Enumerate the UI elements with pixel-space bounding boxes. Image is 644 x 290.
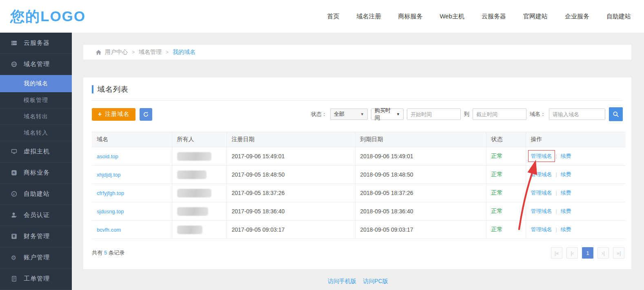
action-separator: | (556, 153, 557, 159)
sidebar-subitem-my-domains[interactable]: 我的域名 (0, 75, 72, 92)
svg-text:R: R (12, 171, 15, 175)
sidebar-subitem-domain-transfer-in[interactable]: 域名转入 (0, 125, 72, 141)
domain-link[interactable]: cfrfyjfgh.top (97, 190, 124, 196)
sidebar-item-finance-management[interactable]: ¥ 财务管理 (0, 226, 72, 247)
sidebar-item-self-site[interactable]: e 自助建站 (0, 184, 72, 205)
status-filter-label: 状态： (311, 111, 327, 118)
title-divider (92, 100, 623, 101)
pagination-next-button[interactable]: ›| (597, 247, 609, 259)
status-badge: 正常 (491, 208, 503, 214)
table-row: sjdusng.top 2017-09-05 18:36:40 2018-09-… (92, 202, 626, 221)
breadcrumb-separator: > (166, 49, 169, 55)
domain-link[interactable]: xhjdjdj.top (97, 172, 121, 178)
breadcrumb-user-center[interactable]: 用户中心 (105, 49, 128, 56)
manage-domain-link[interactable]: 管理域名 (531, 153, 552, 159)
mobile-version-link[interactable]: 访问手机版 (328, 278, 356, 284)
renew-link[interactable]: 续费 (561, 208, 571, 214)
sidebar-item-label: 云服务器 (24, 39, 50, 47)
record-count-number: 5 (104, 250, 107, 256)
register-date: 2017-09-05 09:03:17 (227, 221, 355, 239)
domain-filter-label: 域名： (530, 111, 546, 118)
time-type-select[interactable]: 购买时间 ▼ (371, 108, 404, 120)
page-footer: 访问手机版 访问PC版 (72, 277, 644, 285)
nav-item-enterprise-service[interactable]: 企业服务 (565, 13, 589, 20)
nav-item-home[interactable]: 首页 (327, 13, 339, 20)
domain-link[interactable]: bcvfh.com (97, 227, 121, 233)
sidebar-item-cloud-server[interactable]: 云服务器 (0, 33, 72, 54)
owner-redacted (177, 170, 207, 179)
owner-redacted (177, 189, 211, 197)
plus-icon: + (98, 111, 102, 118)
trademark-icon: R (11, 170, 17, 176)
time-type-value: 购买时间 (375, 107, 394, 122)
sidebar-item-label: 商标业务 (24, 169, 50, 177)
pagination-prev-button[interactable]: |‹ (566, 247, 578, 259)
start-time-input[interactable] (407, 108, 461, 120)
sidebar-item-label: 会员认证 (24, 211, 50, 219)
nav-item-self-site[interactable]: 自助建站 (606, 13, 631, 20)
manage-domain-link[interactable]: 管理域名 (531, 208, 552, 214)
refresh-button[interactable] (140, 108, 152, 121)
pc-version-link[interactable]: 访问PC版 (363, 278, 388, 284)
status-select[interactable]: 全部 ▼ (330, 108, 368, 120)
nav-item-cloud-server[interactable]: 云服务器 (482, 13, 506, 20)
sidebar-item-workorder-management[interactable]: 工单管理 (0, 268, 72, 290)
sidebar-item-account-management[interactable]: ⚙ 账户管理 (0, 247, 72, 268)
pagination-last-button[interactable]: »| (613, 247, 624, 259)
search-icon (613, 111, 619, 117)
domain-link[interactable]: asoid.top (97, 153, 118, 159)
record-count-suffix: 条记录 (109, 250, 124, 256)
filter-bar: 状态： 全部 ▼ 购买时间 ▼ 到 域名： (311, 107, 623, 121)
nav-item-web-hosting[interactable]: Web主机 (440, 13, 464, 20)
pagination-page-1-button[interactable]: 1 (582, 247, 593, 259)
search-button[interactable] (609, 107, 623, 121)
status-badge: 正常 (491, 171, 503, 177)
manage-domain-link[interactable]: 管理域名 (531, 226, 552, 232)
sidebar-item-virtual-host[interactable]: 虚拟主机 (0, 141, 72, 162)
renew-link[interactable]: 续费 (561, 190, 571, 196)
svg-text:e: e (13, 192, 15, 196)
account-gear-icon: ⚙ (11, 255, 17, 261)
sidebar-subitem-domain-transfer-out[interactable]: 域名转出 (0, 108, 72, 125)
col-header-register-date: 注册日期 (227, 132, 355, 147)
self-site-icon: e (11, 191, 17, 197)
domain-search-input[interactable] (549, 108, 605, 120)
table-row: asoid.top 2017-09-06 15:49:01 2018-09-06… (92, 147, 626, 166)
col-header-expire-date: 到期日期 (355, 132, 486, 147)
action-separator: | (556, 190, 557, 196)
breadcrumb-domain-management[interactable]: 域名管理 (139, 49, 162, 56)
finance-icon: ¥ (11, 233, 17, 240)
manage-domain-link[interactable]: 管理域名 (531, 190, 552, 196)
domain-link[interactable]: sjdusng.top (97, 208, 124, 215)
renew-link[interactable]: 续费 (561, 226, 571, 232)
nav-item-official-site[interactable]: 官网建站 (523, 13, 548, 20)
top-header: 您的LOGO 首页 域名注册 商标服务 Web主机 云服务器 官网建站 企业服务… (0, 0, 644, 33)
caret-down-icon: ▼ (396, 112, 400, 116)
to-label: 到 (464, 111, 469, 118)
breadcrumb-my-domains[interactable]: 我的域名 (173, 49, 195, 56)
sidebar-item-trademark-business[interactable]: R 商标业务 (0, 162, 72, 184)
action-separator: | (556, 227, 557, 232)
nav-item-domain-register[interactable]: 域名注册 (356, 13, 381, 20)
action-separator: | (556, 208, 557, 214)
status-select-value: 全部 (334, 111, 344, 118)
workorder-icon (11, 276, 17, 282)
col-header-owner: 所有人 (172, 132, 227, 147)
pagination-first-button[interactable]: |« (551, 247, 562, 259)
register-domain-button[interactable]: + 注册域名 (92, 108, 135, 121)
nav-item-trademark-service[interactable]: 商标服务 (398, 13, 422, 20)
sidebar-subitem-template-management[interactable]: 模板管理 (0, 92, 72, 108)
status-badge: 正常 (491, 153, 503, 159)
renew-link[interactable]: 续费 (561, 153, 571, 159)
renew-link[interactable]: 续费 (561, 171, 571, 177)
page-title: 域名列表 (98, 84, 129, 94)
sidebar-item-member-certification[interactable]: 会员认证 (0, 205, 72, 226)
manage-domain-link[interactable]: 管理域名 (531, 171, 552, 177)
sidebar-item-label: 虚拟主机 (24, 148, 50, 155)
owner-redacted (177, 207, 208, 216)
end-time-input[interactable] (473, 108, 526, 120)
table-header-row: 域名 所有人 注册日期 到期日期 状态 操作 (92, 132, 626, 147)
sidebar-item-domain-management[interactable]: 域名管理 (0, 54, 72, 75)
cloud-server-icon (11, 40, 17, 46)
sidebar-item-label: 财务管理 (24, 232, 50, 240)
